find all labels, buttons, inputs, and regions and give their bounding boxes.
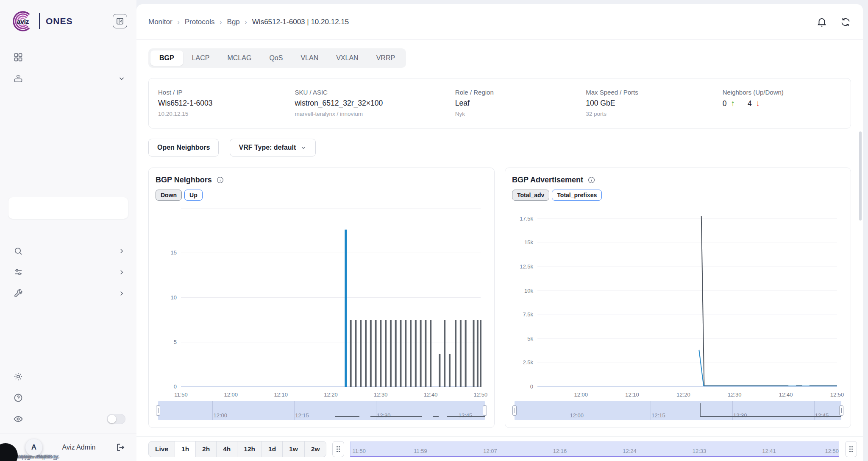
range-4h-button[interactable]: 4h	[217, 441, 237, 457]
sidebar-item-overview[interactable]: Overview	[0, 47, 136, 68]
neighbors-down-count: 4	[748, 99, 752, 108]
notifications-button[interactable]	[816, 17, 827, 28]
bgp-neighbors-navigator[interactable]: 12:0012:1512:3012:45	[158, 401, 485, 420]
legend-down-button[interactable]: Down	[156, 190, 182, 201]
sidebar-bottom-group: Settings Help Admin View	[0, 366, 136, 433]
main-area: Monitor › Protocols › Bgp › Wis6512-1-60…	[136, 0, 868, 461]
chat-fab[interactable]	[0, 443, 18, 461]
svg-text:12:00: 12:00	[574, 391, 588, 398]
sidebar-item-help[interactable]: Help	[0, 387, 136, 408]
svg-text:aviz: aviz	[17, 18, 29, 25]
bgp-advertisement-card: BGP Advertisement Total_adv Total_prefix…	[505, 168, 851, 428]
tab-vrrp[interactable]: VRRP	[367, 50, 404, 66]
sidebar-item-health[interactable]: Health	[0, 132, 136, 154]
sku-asic-column: SKU / ASIC wistron_6512_32r_32×100 marve…	[295, 89, 455, 117]
sidebar-item-links[interactable]: Links	[0, 176, 136, 197]
svg-text:12:30: 12:30	[374, 391, 388, 398]
sidebar-item-configuration[interactable]: Configuration	[0, 283, 136, 304]
content-card: Monitor › Protocols › Bgp › Wis6512-1-60…	[136, 4, 863, 461]
sidebar-item-protocols[interactable]: Protocols	[8, 197, 128, 219]
tab-lacp[interactable]: LACP	[183, 50, 219, 66]
refresh-button[interactable]	[840, 17, 851, 28]
info-icon[interactable]	[216, 176, 224, 184]
breadcrumb-bgp[interactable]: Bgp	[227, 18, 240, 26]
sidebar-item-monitor[interactable]: Monitor	[0, 68, 136, 89]
region-value: Nyk	[455, 111, 586, 117]
navigator-left-handle[interactable]	[156, 405, 160, 416]
timeline-left-drag-handle[interactable]	[332, 441, 344, 457]
range-2w-button[interactable]: 2w	[305, 441, 326, 457]
avatar[interactable]: A	[25, 439, 42, 456]
navigator-right-handle[interactable]	[839, 405, 843, 416]
sidebar-user-footer: A Aviz Admin	[0, 433, 136, 461]
sidebar-item-manage[interactable]: Manage	[0, 262, 136, 283]
search-icon	[13, 246, 24, 257]
info-icon[interactable]	[587, 176, 595, 184]
sidebar: aviz aviz ONES Overview	[0, 0, 136, 461]
legend-total-adv-button[interactable]: Total_adv	[512, 190, 549, 201]
role-region-column: Role / Region Leaf Nyk	[455, 89, 586, 117]
navigator-data-spike	[700, 403, 701, 417]
svg-text:5: 5	[174, 339, 177, 345]
navigator-data-preview	[370, 416, 422, 417]
sidebar-item-settings[interactable]: Settings	[0, 366, 136, 387]
vrf-type-dropdown[interactable]: VRF Type: default	[230, 139, 316, 156]
range-live-button[interactable]: Live	[149, 441, 175, 457]
speed-ports-column: Max Speed / Ports 100 GbE 32 ports	[586, 89, 722, 117]
range-1h-button[interactable]: 1h	[175, 441, 196, 457]
svg-text:12:40: 12:40	[779, 391, 793, 398]
logout-button[interactable]	[115, 442, 125, 453]
refresh-icon	[840, 17, 851, 28]
tab-bgp[interactable]: BGP	[150, 50, 183, 66]
time-range-selector: Live 1h 2h 4h 12h 1d 1w 2w	[148, 441, 326, 457]
bgp-neighbors-plot[interactable]: 05101511:5012:0012:1012:2012:3012:4012:5…	[156, 202, 487, 400]
timeline-time-label: 12:16	[553, 448, 567, 454]
info-label: SKU / ASIC	[295, 89, 455, 96]
timeline-right-drag-handle[interactable]	[845, 441, 857, 457]
navigator-left-handle[interactable]	[512, 405, 517, 416]
navigator-time-label: 12:00	[570, 412, 584, 419]
sidebar-item-ones[interactable]: ONES	[0, 219, 136, 240]
host-ip-column: Host / IP Wis6512-1-6003 10.20.12.15	[158, 89, 295, 117]
tab-vlan[interactable]: VLAN	[292, 50, 327, 66]
breadcrumb-host: Wis6512-1-6003 | 10.20.12.15	[252, 18, 349, 26]
range-1w-button[interactable]: 1w	[283, 441, 305, 457]
sidebar-item-analyze[interactable]: Analyze	[0, 240, 136, 262]
gear-icon	[13, 371, 24, 382]
breadcrumb-monitor[interactable]: Monitor	[148, 18, 172, 26]
device-info-card: Host / IP Wis6512-1-6003 10.20.12.15 SKU…	[148, 78, 851, 129]
legend-total-prefixes-button[interactable]: Total_prefixes	[552, 190, 602, 201]
range-12h-button[interactable]: 12h	[237, 441, 262, 457]
ports-value: 32 ports	[586, 111, 722, 117]
bgp-advertisement-plot[interactable]: 02.5k5k7.5k10k12.5k15k17.5k12:0012:1012:…	[512, 202, 844, 400]
sidebar-collapse-button[interactable]	[113, 14, 127, 28]
timeline-slider[interactable]: 11:5011:5912:0712:1612:2412:3312:4112:50	[350, 441, 839, 457]
info-label: Role / Region	[455, 89, 586, 96]
bell-icon	[816, 17, 827, 28]
tab-mclag[interactable]: MCLAG	[218, 50, 260, 66]
breadcrumb-protocols[interactable]: Protocols	[185, 18, 215, 26]
navigator-right-handle[interactable]	[483, 405, 487, 416]
sidebar-item-admin-view[interactable]: Admin View	[0, 408, 136, 430]
scrollbar-thumb[interactable]	[859, 131, 862, 221]
navigator-time-label: 12:00	[213, 412, 227, 419]
range-2h-button[interactable]: 2h	[196, 441, 217, 457]
open-neighbors-button[interactable]: Open Neighbors	[148, 139, 219, 156]
sidebar-item-traffic[interactable]: Traffic	[0, 111, 136, 132]
chevron-down-icon	[300, 144, 307, 151]
tab-vxlan[interactable]: VXLAN	[327, 50, 367, 66]
admin-view-toggle[interactable]	[107, 414, 125, 424]
sidebar-item-capacity[interactable]: Capacity	[0, 154, 136, 176]
navigator-data-preview	[335, 416, 360, 417]
breadcrumb-separator: ›	[245, 18, 247, 25]
sidebar-nav: Overview Monitor Topology Traffic Health…	[0, 47, 136, 304]
tab-qos[interactable]: QoS	[260, 50, 292, 66]
sidebar-item-topology[interactable]: Topology	[0, 89, 136, 111]
legend-up-button[interactable]: Up	[184, 190, 203, 201]
down-arrow-icon: ↓	[756, 99, 760, 108]
svg-text:12:50: 12:50	[830, 391, 844, 398]
range-1d-button[interactable]: 1d	[262, 441, 283, 457]
bgp-advertisement-navigator[interactable]: 12:0012:1512:3012:45	[515, 401, 841, 420]
charts-row: BGP Neighbors Down Up 05101511:5012:0012…	[148, 168, 851, 428]
navigator-time-label: 12:15	[651, 412, 665, 419]
